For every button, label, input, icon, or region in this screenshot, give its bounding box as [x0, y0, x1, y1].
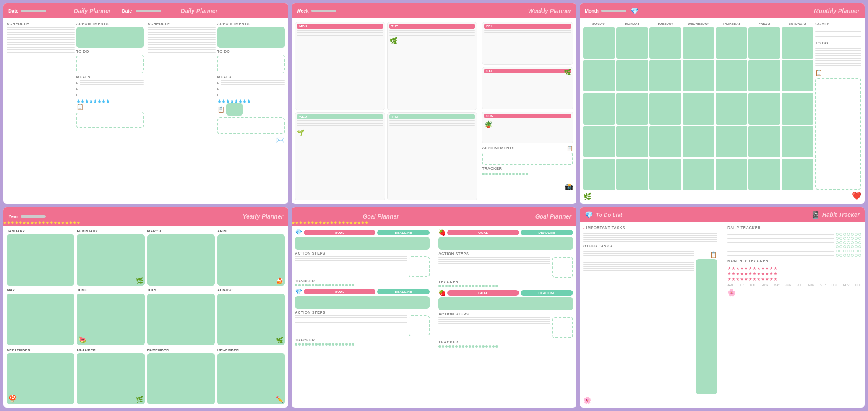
important-lines	[583, 233, 717, 242]
star: ★	[769, 277, 773, 281]
line	[389, 35, 475, 36]
dot	[322, 343, 324, 346]
monthly-notes-box	[815, 78, 861, 190]
dot	[836, 254, 839, 257]
goal-pill2: GOAL	[304, 289, 375, 294]
dot	[455, 285, 458, 287]
line	[148, 27, 216, 28]
goal4: 🍓 GOAL DEADLINE	[438, 289, 573, 310]
deadline-pill3: DEADLINE	[521, 230, 573, 235]
dot	[352, 284, 354, 286]
line	[389, 120, 475, 121]
apr-label: APRIL	[217, 229, 285, 233]
flower-icon: 🌸	[583, 397, 592, 404]
tracker-label4: TRACKER	[438, 340, 573, 344]
star: ★	[748, 271, 752, 276]
dot	[335, 343, 338, 346]
habit-line	[727, 234, 834, 235]
date-line2	[136, 10, 161, 12]
cell	[683, 60, 714, 91]
jun-label: JUNE	[77, 288, 144, 292]
yearly-header: Year Yearly Planner	[3, 207, 288, 226]
daily-right: SCHEDULE	[148, 22, 285, 200]
notebook-icon: 📓	[811, 211, 820, 219]
line	[297, 125, 383, 126]
line	[295, 260, 407, 261]
dot	[843, 254, 846, 257]
line	[815, 60, 861, 61]
goal3-box	[438, 237, 573, 250]
cell	[683, 27, 714, 59]
star: ★	[727, 271, 731, 276]
dot	[459, 345, 461, 348]
dot	[445, 345, 448, 348]
jul-box	[147, 294, 215, 345]
habit-row	[727, 233, 861, 236]
february-box: FEBRUARY 🌿	[77, 229, 144, 286]
dot	[335, 284, 338, 286]
dot	[482, 173, 485, 175]
line	[7, 27, 75, 28]
line	[148, 47, 216, 48]
deadline-pill: DEADLINE	[377, 230, 430, 235]
line	[583, 253, 694, 254]
todo-sidebar-label: TO DO	[815, 41, 861, 45]
daily-tracker-label: DAILY TRACKER	[727, 226, 861, 230]
goal-header: Goal Planner Goal Planner	[292, 207, 576, 226]
action-lines2	[295, 315, 407, 336]
tline	[482, 179, 573, 179]
line	[148, 34, 216, 35]
goal1-tracker: TRACKER	[295, 279, 430, 286]
star: ★	[757, 271, 761, 276]
goals-lines	[815, 29, 861, 39]
schedule-lines2	[148, 27, 216, 55]
week-line	[311, 10, 336, 12]
dot	[475, 345, 478, 348]
line	[815, 31, 861, 32]
flower-deco: 🌸	[583, 396, 717, 404]
action-lines4	[438, 317, 550, 338]
line	[295, 258, 407, 259]
line	[148, 49, 216, 50]
pen-icon: ✏️	[276, 396, 283, 403]
cell	[683, 93, 714, 124]
todo-box2	[217, 55, 285, 73]
line	[815, 39, 861, 39]
strawberry-icon2: 🍓	[438, 289, 446, 296]
line	[583, 262, 694, 263]
goal-pill: GOAL	[304, 230, 375, 235]
cell	[583, 93, 615, 124]
star: ★	[727, 277, 731, 281]
important-header: • IMPORTANT TASKS	[583, 226, 717, 231]
dot	[442, 345, 444, 348]
goal-dots2	[295, 343, 430, 346]
cell	[649, 159, 681, 190]
dot	[839, 237, 842, 240]
daily-cols: SCHEDULE	[7, 22, 144, 128]
line	[583, 239, 717, 240]
mar-box	[147, 234, 215, 286]
line	[438, 261, 550, 262]
schedule-label: SCHEDULE	[7, 22, 75, 26]
line	[583, 266, 694, 267]
goal-body: 💎 GOAL DEADLINE ACTION STEPS	[292, 226, 576, 408]
weekly-right: FRI SAT 🌿 SUN 🪴 APPOINTMENTS	[482, 22, 573, 200]
habit-row	[727, 245, 861, 248]
dot	[352, 343, 354, 346]
dot	[479, 285, 481, 287]
star: ★	[761, 271, 765, 276]
cell	[616, 27, 648, 59]
appt-header: APPOINTMENTS 📋	[482, 146, 573, 151]
watermelon-icon: 🍉	[78, 336, 87, 343]
thu-lines	[389, 120, 475, 126]
dot	[339, 343, 341, 346]
dot	[855, 254, 858, 257]
cell	[748, 93, 780, 124]
dot	[482, 345, 485, 348]
action-label3: ACTION STEPS	[438, 252, 573, 256]
dot	[302, 343, 304, 346]
thu-label: THU	[389, 114, 475, 119]
line	[389, 123, 475, 124]
dot	[495, 345, 498, 348]
dec-box: ✏️	[217, 353, 285, 404]
